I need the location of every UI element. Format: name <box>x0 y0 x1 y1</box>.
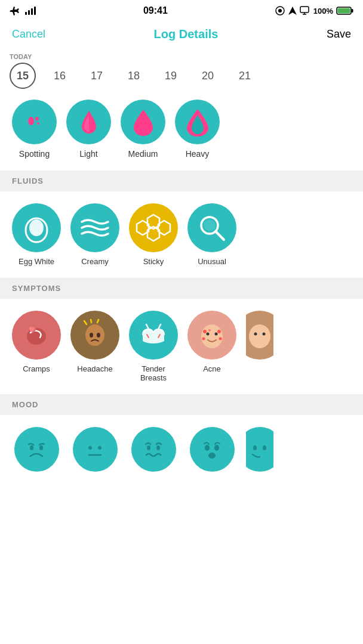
location-icon <box>288 7 297 15</box>
other-icon <box>246 320 273 351</box>
svg-point-53 <box>88 446 92 450</box>
svg-line-32 <box>91 320 91 323</box>
save-button[interactable]: Save <box>327 28 351 41</box>
sad-face-icon <box>21 435 51 465</box>
egg-white-icon <box>21 212 52 243</box>
acne-label: Acne <box>203 364 221 373</box>
flow-row: Spotting Light Medium Heavy <box>0 95 363 171</box>
sticky-icon <box>138 212 169 243</box>
svg-rect-12 <box>351 9 353 13</box>
cramps-icon <box>21 320 52 351</box>
svg-line-34 <box>146 324 149 329</box>
svg-point-13 <box>28 117 34 125</box>
svg-point-44 <box>219 338 222 340</box>
svg-rect-1 <box>28 10 30 15</box>
svg-point-38 <box>201 324 223 348</box>
date-16[interactable]: 16 <box>47 63 73 89</box>
egg-white-label: Egg White <box>19 257 54 266</box>
svg-line-31 <box>84 321 87 324</box>
battery-text: 100% <box>313 7 333 16</box>
unusual-label: Unusual <box>198 257 226 266</box>
svg-point-50 <box>30 445 33 450</box>
svg-point-54 <box>98 446 101 450</box>
fluids-grid: Egg White Creamy Sticky <box>0 191 363 278</box>
scared-face-icon <box>197 435 227 465</box>
svg-point-46 <box>249 324 270 348</box>
cancel-button[interactable]: Cancel <box>12 28 45 41</box>
svg-marker-6 <box>288 7 297 15</box>
svg-point-61 <box>214 445 219 451</box>
fluid-egg-white[interactable]: Egg White <box>12 203 61 266</box>
symptom-cramps[interactable]: Cramps <box>12 311 61 382</box>
svg-point-28 <box>85 324 104 346</box>
svg-point-45 <box>208 329 211 332</box>
date-strip: TODAY 15 16 17 18 19 20 21 <box>0 47 363 95</box>
svg-marker-22 <box>158 221 170 235</box>
cramps-label: Cramps <box>23 364 50 373</box>
symptoms-grid: Cramps Headache <box>0 299 363 394</box>
svg-rect-0 <box>25 12 27 15</box>
svg-point-39 <box>207 333 210 336</box>
other-mood-circle <box>246 427 273 472</box>
mood-neutral[interactable] <box>70 427 119 472</box>
symptom-tender-breasts[interactable]: Tender Breasts <box>129 311 178 382</box>
medium-label: Medium <box>128 149 158 159</box>
svg-point-47 <box>254 333 257 336</box>
flow-light[interactable]: Light <box>66 100 111 159</box>
headache-icon <box>79 320 110 351</box>
status-time: 09:41 <box>143 5 168 16</box>
svg-rect-7 <box>300 7 309 13</box>
symptom-acne[interactable]: Acne <box>187 311 236 382</box>
svg-point-42 <box>217 330 221 333</box>
light-label: Light <box>79 149 97 159</box>
svg-point-40 <box>215 333 218 336</box>
mood-row <box>0 415 363 484</box>
status-left <box>10 6 36 16</box>
mood-scared[interactable] <box>187 427 236 472</box>
creamy-icon <box>79 217 110 239</box>
mood-other[interactable] <box>246 427 273 472</box>
fluid-unusual[interactable]: Unusual <box>187 203 236 266</box>
svg-rect-3 <box>34 7 36 15</box>
date-15[interactable]: 15 <box>10 63 36 89</box>
battery-icon <box>337 7 353 15</box>
mood-anxious[interactable] <box>129 427 178 472</box>
status-right: 100% <box>275 6 353 16</box>
date-19[interactable]: 19 <box>158 63 184 89</box>
symptom-other[interactable] <box>246 311 273 382</box>
date-20[interactable]: 20 <box>195 63 221 89</box>
svg-point-51 <box>39 445 43 450</box>
svg-point-29 <box>90 333 93 338</box>
spotting-label: Spotting <box>19 149 50 159</box>
date-21[interactable]: 21 <box>232 63 258 89</box>
svg-point-49 <box>22 435 51 464</box>
flow-heavy[interactable]: Heavy <box>175 100 220 159</box>
svg-point-62 <box>208 453 216 459</box>
svg-point-48 <box>263 333 266 336</box>
lock-icon <box>275 6 285 16</box>
fluid-sticky[interactable]: Sticky <box>129 203 178 266</box>
light-icon <box>78 110 100 135</box>
svg-point-43 <box>202 338 205 340</box>
svg-point-59 <box>198 435 226 464</box>
svg-point-24 <box>204 219 216 231</box>
heavy-icon <box>184 108 211 137</box>
flow-spotting[interactable]: Spotting <box>12 100 57 159</box>
mood-sad[interactable] <box>12 427 61 472</box>
svg-point-63 <box>246 436 273 463</box>
svg-rect-11 <box>337 8 350 14</box>
date-17[interactable]: 17 <box>84 63 110 89</box>
tender-breasts-label: Tender Breasts <box>129 364 178 382</box>
symptom-headache[interactable]: Headache <box>70 311 119 382</box>
status-bar: 09:41 100% <box>0 0 363 21</box>
svg-point-65 <box>263 445 266 450</box>
flow-medium[interactable]: Medium <box>121 100 165 159</box>
medium-icon <box>131 109 156 136</box>
svg-point-60 <box>205 445 210 451</box>
unusual-icon <box>196 212 227 243</box>
date-18[interactable]: 18 <box>121 63 147 89</box>
svg-point-41 <box>203 330 207 333</box>
fluid-creamy[interactable]: Creamy <box>70 203 119 266</box>
svg-point-14 <box>35 117 39 120</box>
svg-point-15 <box>37 122 39 125</box>
